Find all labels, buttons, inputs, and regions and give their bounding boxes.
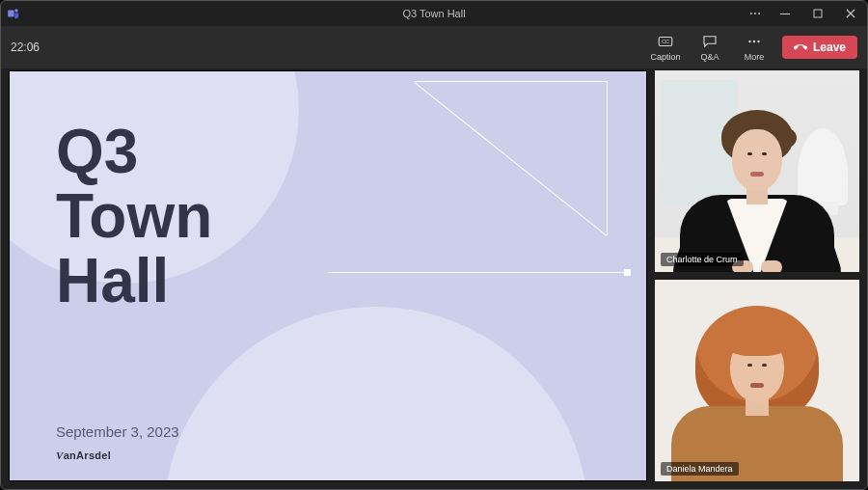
svg-rect-6 — [814, 10, 822, 17]
slide-decoration-circle — [164, 307, 588, 481]
svg-point-1 — [14, 9, 18, 13]
qa-icon — [701, 33, 719, 50]
svg-rect-5 — [780, 14, 790, 14]
app-window: Q3 Town Hall 22:06 CC Caption — [0, 0, 868, 490]
participant-tile[interactable]: Daniela Mandera — [655, 280, 859, 481]
title-more-icon[interactable] — [742, 1, 769, 26]
meeting-stage: Q3 Town Hall September 3, 2023 VanArsdel — [9, 70, 859, 481]
participant-tile[interactable]: Charlotte de Crum — [655, 70, 859, 272]
svg-point-4 — [758, 13, 760, 14]
leave-label: Leave — [813, 41, 846, 54]
minimize-button[interactable] — [769, 1, 801, 26]
caption-button[interactable]: CC Caption — [649, 33, 682, 62]
more-icon — [746, 33, 763, 50]
close-button[interactable] — [834, 1, 867, 26]
svg-text:CC: CC — [662, 39, 669, 44]
svg-point-3 — [754, 13, 756, 14]
participant-video — [655, 280, 859, 481]
participant-strip: Charlotte de Crum Daniela Mandera — [655, 70, 859, 481]
caption-label: Caption — [650, 52, 680, 62]
more-label: More — [745, 52, 765, 62]
window-controls — [742, 1, 867, 26]
shared-slide[interactable]: Q3 Town Hall September 3, 2023 VanArsdel — [9, 70, 647, 481]
slide-title: Q3 Town Hall — [56, 120, 212, 314]
title-bar: Q3 Town Hall — [1, 1, 867, 26]
slide-decoration-triangle — [415, 81, 608, 235]
svg-point-2 — [750, 13, 752, 14]
svg-point-11 — [757, 41, 759, 42]
qa-button[interactable]: Q&A — [693, 33, 726, 62]
meeting-timer: 22:06 — [11, 41, 40, 54]
participant-video — [655, 70, 859, 272]
svg-point-9 — [748, 41, 750, 42]
leave-button[interactable]: Leave — [782, 36, 857, 59]
svg-point-10 — [753, 41, 755, 42]
svg-rect-0 — [8, 11, 14, 17]
qa-label: Q&A — [700, 52, 719, 62]
teams-app-icon — [1, 7, 26, 20]
hangup-icon — [794, 41, 807, 54]
maximize-button[interactable] — [801, 1, 834, 26]
slide-brand: VanArsdel — [56, 449, 111, 461]
window-title: Q3 Town Hall — [1, 8, 867, 19]
caption-icon: CC — [657, 33, 674, 50]
meeting-toolbar: 22:06 CC Caption Q&A More — [1, 26, 867, 68]
slide-decoration-line — [328, 272, 627, 273]
slide-date: September 3, 2023 — [56, 423, 179, 440]
participant-name: Charlotte de Crum — [661, 253, 744, 266]
more-button[interactable]: More — [738, 33, 771, 62]
participant-name: Daniela Mandera — [661, 462, 739, 476]
